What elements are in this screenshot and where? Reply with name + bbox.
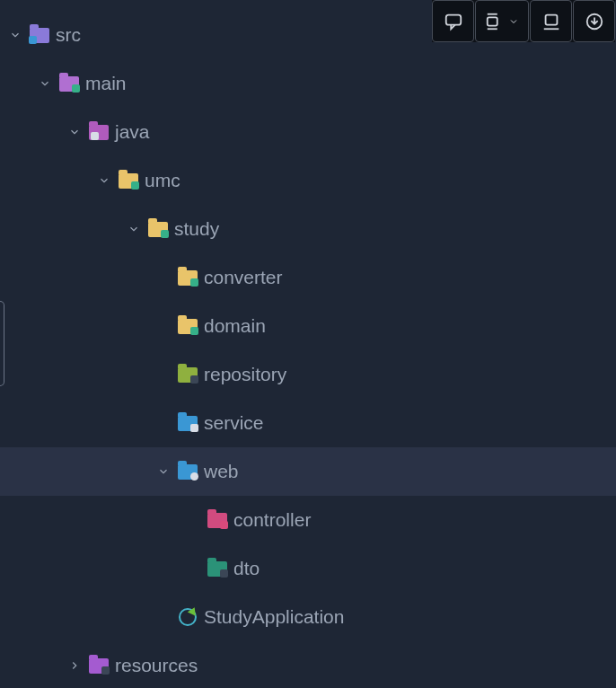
- folder-dto-icon: [207, 560, 228, 578]
- tree-label: service: [204, 399, 264, 447]
- tree-label: domain: [204, 302, 266, 350]
- project-tree: src main java umc study converter domain: [0, 11, 616, 688]
- folder-resources-icon: [88, 657, 110, 675]
- tree-label: resources: [115, 641, 198, 688]
- layout-dropdown-button[interactable]: [475, 0, 529, 42]
- chevron-down-icon: [96, 172, 112, 189]
- tree-row-domain[interactable]: domain: [0, 302, 616, 350]
- folder-web-icon: [177, 463, 198, 481]
- class-icon: [177, 608, 198, 626]
- tree-label: web: [204, 447, 239, 496]
- tree-label: controller: [233, 496, 311, 544]
- folder-src-icon: [29, 26, 50, 44]
- tree-label: StudyApplication: [204, 593, 344, 641]
- svg-rect-4: [545, 14, 557, 24]
- folder-repository-icon: [177, 366, 198, 384]
- tree-row-study[interactable]: study: [0, 205, 616, 253]
- tree-row-java[interactable]: java: [0, 108, 616, 156]
- tree-label: java: [115, 108, 150, 156]
- dock-icon: [541, 12, 561, 31]
- comment-icon: [444, 12, 463, 31]
- chevron-down-icon: [7, 27, 23, 43]
- tree-row-study-application[interactable]: StudyApplication: [0, 593, 616, 641]
- download-button[interactable]: [573, 0, 615, 42]
- tree-row-resources[interactable]: resources: [0, 641, 616, 688]
- tree-row-controller[interactable]: controller: [0, 496, 616, 544]
- tree-label: repository: [204, 350, 286, 399]
- tree-row-repository[interactable]: repository: [0, 350, 616, 399]
- folder-converter-icon: [177, 269, 198, 287]
- tree-label: converter: [204, 253, 283, 302]
- layout-icon: [485, 12, 505, 31]
- chevron-down-icon: [155, 463, 172, 480]
- top-toolbar: [432, 0, 615, 42]
- tree-row-dto[interactable]: dto: [0, 544, 616, 593]
- tree-label: main: [85, 59, 127, 108]
- folder-study-icon: [147, 220, 169, 238]
- download-icon: [585, 12, 604, 31]
- folder-umc-icon: [118, 172, 139, 190]
- folder-java-icon: [88, 123, 110, 141]
- tree-label: src: [56, 11, 81, 59]
- chevron-down-icon: [508, 16, 519, 27]
- folder-domain-icon: [177, 317, 198, 335]
- svg-rect-1: [488, 17, 497, 25]
- chevron-down-icon: [37, 75, 53, 92]
- tree-row-service[interactable]: service: [0, 399, 616, 447]
- chevron-down-icon: [126, 221, 142, 237]
- tree-label: umc: [145, 156, 180, 205]
- folder-main-icon: [58, 75, 80, 93]
- comment-button[interactable]: [432, 0, 474, 42]
- chevron-right-icon: [66, 657, 83, 674]
- dock-button[interactable]: [530, 0, 572, 42]
- chevron-down-icon: [66, 124, 83, 140]
- tree-row-converter[interactable]: converter: [0, 253, 616, 302]
- tree-row-main[interactable]: main: [0, 59, 616, 108]
- folder-controller-icon: [207, 511, 228, 529]
- folder-service-icon: [177, 414, 198, 432]
- tree-label: study: [174, 205, 219, 253]
- tree-row-umc[interactable]: umc: [0, 156, 616, 205]
- svg-rect-0: [445, 14, 461, 24]
- tree-label: dto: [233, 544, 260, 593]
- tree-row-web[interactable]: web: [0, 447, 616, 496]
